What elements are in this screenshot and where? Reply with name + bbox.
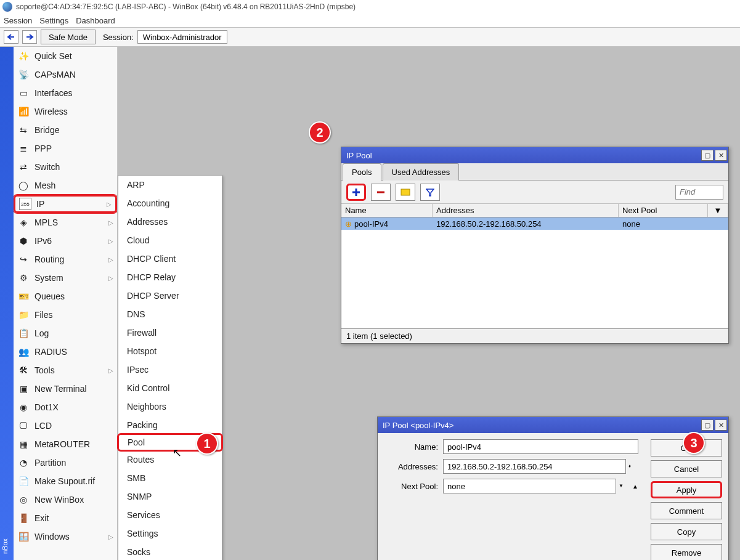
- submenu-item-firewall[interactable]: Firewall: [118, 323, 222, 342]
- menu-settings[interactable]: Settings: [39, 16, 68, 25]
- sidebar-item-mpls[interactable]: ◈MPLS▷: [14, 213, 117, 232]
- undo-button[interactable]: [4, 30, 18, 44]
- bridge-icon: ⇆: [17, 124, 30, 136]
- menu-session[interactable]: Session: [4, 16, 32, 25]
- sidebar-item-interfaces[interactable]: ▭Interfaces: [14, 84, 117, 102]
- mpls-icon: ◈: [17, 216, 30, 229]
- submenu-item-ipsec[interactable]: IPsec: [118, 360, 222, 379]
- sidebar-item-label: Exit: [35, 513, 49, 523]
- main: nBox ✨Quick Set📡CAPsMAN▭Interfaces📶Wirel…: [0, 47, 740, 560]
- sidebar-item-windows[interactable]: 🪟Windows▷: [14, 527, 117, 546]
- edit-titlebar[interactable]: IP Pool <pool-IPv4> ▢ ✕: [378, 417, 728, 433]
- sidebar-item-bridge[interactable]: ⇆Bridge: [14, 121, 117, 139]
- edit-title: IP Pool <pool-IPv4>: [383, 421, 453, 430]
- name-field[interactable]: [443, 439, 638, 454]
- sidebar-item-make-supout-rif[interactable]: 📄Make Supout.rif: [14, 472, 117, 490]
- submenu-item-dhcp-server[interactable]: DHCP Server: [118, 286, 222, 305]
- cell-next: none: [619, 219, 708, 229]
- filter-button[interactable]: [420, 184, 440, 201]
- submenu-item-settings[interactable]: Settings: [118, 524, 222, 543]
- sidebar-item-capsman[interactable]: 📡CAPsMAN: [14, 65, 117, 84]
- ip-pool-titlebar[interactable]: IP Pool ▢ ✕: [341, 147, 728, 163]
- submenu-item-hotspot[interactable]: Hotspot: [118, 342, 222, 360]
- minimize-icon[interactable]: ▢: [701, 420, 714, 431]
- menu-dashboard[interactable]: Dashboard: [76, 16, 115, 25]
- sidebar-item-ip[interactable]: 255IP▷: [14, 195, 117, 213]
- submenu-item-dhcp-relay[interactable]: DHCP Relay: [118, 268, 222, 286]
- safemode-button[interactable]: Safe Mode: [41, 30, 96, 44]
- cursor-icon: ↖: [173, 446, 182, 460]
- sidebar: ✨Quick Set📡CAPsMAN▭Interfaces📶Wireless⇆B…: [14, 47, 118, 560]
- cancel-button[interactable]: Cancel: [651, 460, 722, 477]
- col-dropdown[interactable]: ▼: [708, 204, 728, 217]
- sidebar-strip-text: nBox: [1, 538, 9, 554]
- table-row[interactable]: ⊕pool-IPv4 192.168.50.2-192.168.50.254 n…: [341, 217, 728, 230]
- sidebar-item-dot1x[interactable]: ◉Dot1X: [14, 398, 117, 416]
- col-name[interactable]: Name: [341, 204, 433, 217]
- sidebar-item-mesh[interactable]: ◯Mesh: [14, 176, 117, 195]
- sidebar-item-ipv6[interactable]: ⬢IPv6▷: [14, 232, 117, 250]
- sidebar-item-ppp[interactable]: ≣PPP: [14, 139, 117, 158]
- col-next-pool[interactable]: Next Pool: [619, 204, 708, 217]
- addresses-spinner[interactable]: ♦: [628, 464, 638, 469]
- add-button[interactable]: [346, 184, 366, 201]
- sidebar-item-label: Files: [35, 310, 53, 320]
- submenu-item-arp[interactable]: ARP: [118, 176, 222, 194]
- comment-button[interactable]: Comment: [651, 502, 722, 519]
- radius-icon: 👥: [17, 346, 30, 358]
- submenu-item-dns[interactable]: DNS: [118, 305, 222, 323]
- submenu-item-packing[interactable]: Packing: [118, 416, 222, 434]
- sidebar-item-system[interactable]: ⚙System▷: [14, 269, 117, 287]
- submenu-item-accounting[interactable]: Accounting: [118, 194, 222, 213]
- sidebar-item-label: New Terminal: [35, 384, 87, 394]
- sidebar-item-exit[interactable]: 🚪Exit: [14, 509, 117, 527]
- ipv6-icon: ⬢: [17, 235, 30, 247]
- sidebar-item-wireless[interactable]: 📶Wireless: [14, 102, 117, 121]
- sidebar-item-tools[interactable]: 🛠Tools▷: [14, 361, 117, 379]
- close-icon[interactable]: ✕: [715, 150, 727, 161]
- addresses-field[interactable]: [443, 459, 626, 474]
- sidebar-item-label: Queues: [35, 291, 65, 301]
- submenu-item-neighbors[interactable]: Neighbors: [118, 397, 222, 416]
- sidebar-item-lcd[interactable]: 🖵LCD: [14, 416, 117, 435]
- sidebar-item-label: LCD: [35, 421, 52, 431]
- sidebar-item-quick-set[interactable]: ✨Quick Set: [14, 47, 117, 65]
- apply-button[interactable]: Apply: [651, 481, 722, 498]
- sidebar-item-routing[interactable]: ↪Routing▷: [14, 250, 117, 269]
- submenu-item-snmp[interactable]: SNMP: [118, 487, 222, 506]
- minimize-icon[interactable]: ▢: [701, 150, 714, 161]
- submenu-item-cloud[interactable]: Cloud: [118, 231, 222, 250]
- copy-button[interactable]: Copy: [651, 523, 722, 540]
- sidebar-item-switch[interactable]: ⇄Switch: [14, 158, 117, 176]
- sidebar-item-queues[interactable]: 🎫Queues: [14, 287, 117, 306]
- next-pool-dropdown-icon[interactable]: ▼: [619, 484, 628, 489]
- chevron-up-icon[interactable]: ▲: [632, 483, 638, 490]
- tab-used-addresses[interactable]: Used Addresses: [383, 163, 460, 181]
- sidebar-item-new-winbox[interactable]: ◎New WinBox: [14, 490, 117, 509]
- submenu-item-addresses[interactable]: Addresses: [118, 213, 222, 231]
- col-addresses[interactable]: Addresses: [433, 204, 619, 217]
- submenu-item-services[interactable]: Services: [118, 506, 222, 524]
- submenu-item-kid-control[interactable]: Kid Control: [118, 379, 222, 397]
- sidebar-item-files[interactable]: 📁Files: [14, 306, 117, 324]
- redo-button[interactable]: [22, 30, 37, 44]
- sidebar-item-partition[interactable]: ◔Partition: [14, 453, 117, 472]
- find-input[interactable]: [675, 185, 723, 200]
- next-pool-field[interactable]: [443, 479, 616, 493]
- submenu-item-smb[interactable]: SMB: [118, 469, 222, 487]
- sidebar-item-log[interactable]: 📋Log: [14, 324, 117, 343]
- submenu-item-dhcp-client[interactable]: DHCP Client: [118, 250, 222, 268]
- remove-button[interactable]: [371, 184, 391, 201]
- wifi-icon: 📶: [17, 105, 30, 118]
- sidebar-item-metarouter[interactable]: ▦MetaROUTER: [14, 435, 117, 453]
- tab-pools[interactable]: Pools: [343, 163, 381, 181]
- remove-button[interactable]: Remove: [651, 544, 722, 560]
- comment-button[interactable]: [396, 184, 415, 201]
- close-icon[interactable]: ✕: [715, 420, 727, 431]
- sidebar-item-new-terminal[interactable]: ▣New Terminal: [14, 379, 117, 398]
- svg-rect-0: [401, 189, 410, 195]
- lcd-icon: 🖵: [17, 420, 30, 432]
- submenu-item-socks[interactable]: Socks: [118, 543, 222, 560]
- sidebar-item-radius[interactable]: 👥RADIUS: [14, 343, 117, 361]
- table-header: Name Addresses Next Pool ▼: [341, 204, 728, 217]
